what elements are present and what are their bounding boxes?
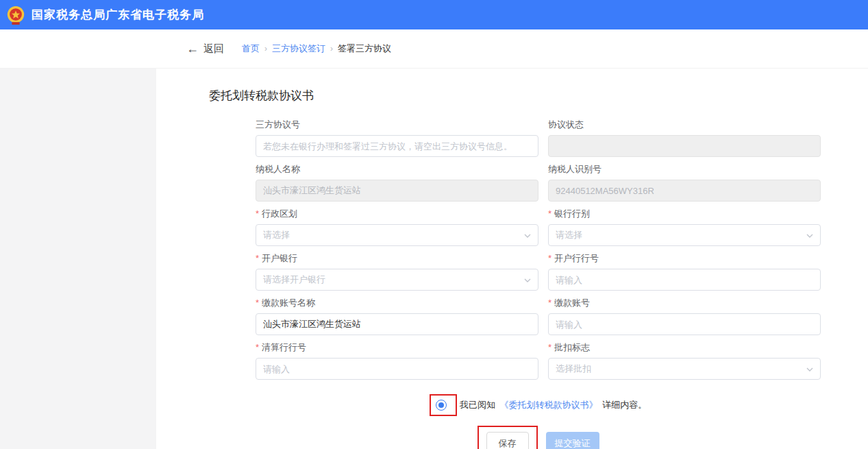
breadcrumb-separator: › <box>264 44 267 53</box>
agreement-number-input[interactable] <box>256 135 538 157</box>
breadcrumb-agreement-signing[interactable]: 三方协议签订 <box>272 43 325 55</box>
chevron-down-icon <box>523 232 532 240</box>
save-highlight-box: 保存 <box>478 426 538 449</box>
field-bank-type: *银行行别 请选择 <box>548 208 821 246</box>
payment-account-name-input[interactable] <box>256 313 538 335</box>
field-payment-account-name: *缴款账号名称 <box>256 297 538 335</box>
submit-verify-button: 提交验证 <box>546 432 599 449</box>
payment-account-label: *缴款账号 <box>548 297 821 309</box>
field-admin-region: *行政区划 请选择 <box>256 208 538 246</box>
bank-branch-number-label: *开户行行号 <box>548 252 821 265</box>
agreement-status-input <box>548 135 821 157</box>
taxpayer-id-input <box>548 180 821 202</box>
clearing-bank-number-label: *清算行行号 <box>256 341 538 354</box>
bank-type-select[interactable]: 请选择 <box>548 224 821 246</box>
batch-deduct-flag-label: *批扣标志 <box>548 341 821 354</box>
agreement-acknowledge-row: 我已阅知 《委托划转税款协议书》 详细内容。 <box>256 394 821 416</box>
admin-region-select[interactable]: 请选择 <box>256 224 538 246</box>
back-arrow-icon: ← <box>186 43 199 55</box>
field-batch-deduct-flag: *批扣标志 选择批扣 <box>548 341 821 380</box>
main-content: 委托划转税款协议书 三方协议号 协议状态 纳税人名称 纳税人识别号 <box>156 69 868 449</box>
field-taxpayer-name: 纳税人名称 <box>256 163 538 202</box>
page-title: 委托划转税款协议书 <box>209 88 868 104</box>
agreement-doc-link[interactable]: 《委托划转税款协议书》 <box>500 400 598 410</box>
agreement-suffix: 详细内容。 <box>602 400 647 410</box>
agreement-form: 三方协议号 协议状态 纳税人名称 纳税人识别号 *行政区划 请选择 <box>256 119 821 386</box>
payment-account-input[interactable] <box>548 313 821 335</box>
left-spacer-panel <box>0 69 156 449</box>
breadcrumb-separator: › <box>330 44 333 53</box>
back-button[interactable]: ← 返回 <box>186 43 224 56</box>
agreement-prefix: 我已阅知 <box>460 400 495 410</box>
batch-deduct-flag-select[interactable]: 选择批扣 <box>548 358 821 380</box>
field-agreement-number: 三方协议号 <box>256 119 538 157</box>
clearing-bank-number-input[interactable] <box>256 358 538 380</box>
breadcrumb: 首页 › 三方协议签订 › 签署三方协议 <box>242 43 391 55</box>
admin-region-label: *行政区划 <box>256 208 538 220</box>
radio-dot-icon <box>438 402 444 408</box>
tax-bureau-logo-icon <box>5 5 26 25</box>
taxpayer-name-input <box>256 180 538 202</box>
action-button-row: 保存 提交验证 <box>256 426 821 449</box>
agreement-number-label: 三方协议号 <box>256 119 538 131</box>
agreement-radio[interactable] <box>436 400 447 411</box>
bank-branch-number-input[interactable] <box>548 269 821 291</box>
app-header: 国家税务总局广东省电子税务局 <box>0 0 868 29</box>
back-label: 返回 <box>203 43 224 56</box>
chevron-down-icon <box>523 276 532 284</box>
chevron-down-icon <box>806 232 814 240</box>
app-title: 国家税务总局广东省电子税务局 <box>32 7 204 23</box>
opening-bank-label: *开户银行 <box>256 252 538 265</box>
taxpayer-id-label: 纳税人识别号 <box>548 163 821 175</box>
save-button[interactable]: 保存 <box>486 432 529 449</box>
taxpayer-name-label: 纳税人名称 <box>256 163 538 175</box>
field-bank-branch-number: *开户行行号 <box>548 252 821 291</box>
field-agreement-status: 协议状态 <box>548 119 821 157</box>
breadcrumb-home[interactable]: 首页 <box>242 43 260 55</box>
field-opening-bank: *开户银行 请选择开户银行 <box>256 252 538 291</box>
field-clearing-bank-number: *清算行行号 <box>256 341 538 380</box>
chevron-down-icon <box>806 365 814 374</box>
agreement-text: 我已阅知 《委托划转税款协议书》 详细内容。 <box>460 399 647 411</box>
field-taxpayer-id: 纳税人识别号 <box>548 163 821 202</box>
breadcrumb-bar: ← 返回 首页 › 三方协议签订 › 签署三方协议 <box>0 29 868 69</box>
breadcrumb-current: 签署三方协议 <box>338 43 391 55</box>
radio-highlight-box <box>430 394 457 416</box>
payment-account-name-label: *缴款账号名称 <box>256 297 538 309</box>
field-payment-account: *缴款账号 <box>548 297 821 335</box>
bank-type-label: *银行行别 <box>548 208 821 220</box>
opening-bank-select[interactable]: 请选择开户银行 <box>256 269 538 291</box>
agreement-status-label: 协议状态 <box>548 119 821 131</box>
